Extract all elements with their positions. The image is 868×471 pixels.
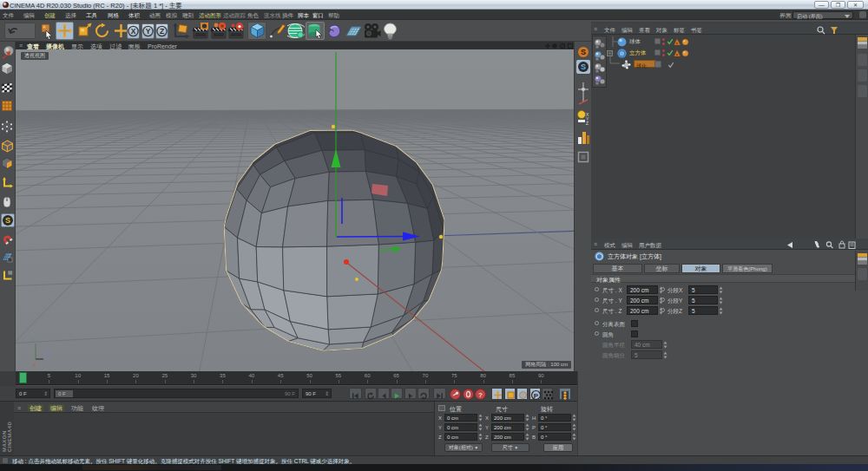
svg-text:S: S xyxy=(581,48,586,56)
svg-text:S: S xyxy=(581,62,586,71)
svg-text:Z: Z xyxy=(586,121,589,126)
svg-text:X: X xyxy=(33,363,36,368)
svg-text:P: P xyxy=(533,392,538,400)
svg-text:Z: Z xyxy=(45,352,49,357)
svg-text:Y: Y xyxy=(32,337,36,343)
svg-text:Z: Z xyxy=(160,27,164,36)
svg-text:Y: Y xyxy=(145,27,150,36)
svg-text:X: X xyxy=(131,27,136,36)
svg-text:S: S xyxy=(5,216,10,225)
svg-text:?: ? xyxy=(478,390,483,398)
